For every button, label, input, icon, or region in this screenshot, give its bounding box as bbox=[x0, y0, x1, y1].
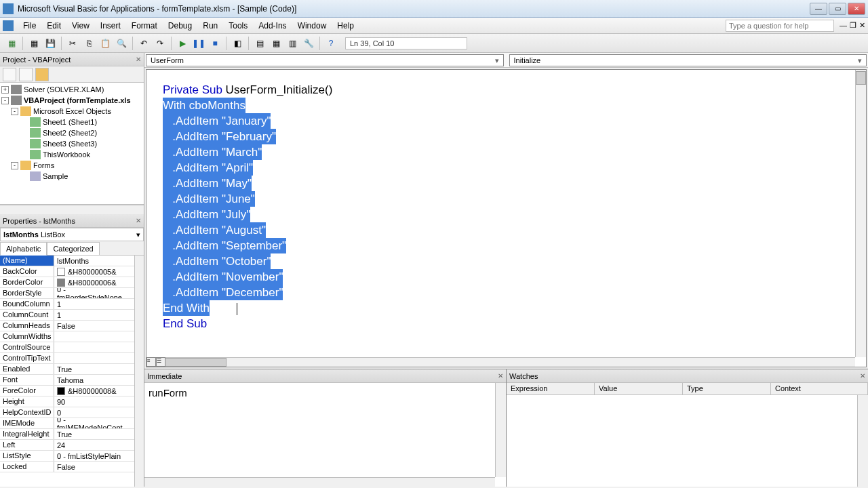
expand-icon[interactable]: - bbox=[11, 108, 18, 115]
property-row[interactable]: ListStyle0 - fmListStylePlain bbox=[0, 451, 134, 462]
tree-node[interactable]: -Forms bbox=[1, 160, 142, 171]
property-row[interactable]: ControlTipText bbox=[0, 353, 134, 364]
properties-object-combo[interactable]: lstMonths ListBox ▾ bbox=[0, 228, 144, 241]
watch-col-expression[interactable]: Expression bbox=[507, 383, 595, 394]
property-row[interactable]: ForeColor&H80000008& bbox=[0, 386, 134, 396]
tree-node[interactable]: Sheet3 (Sheet3) bbox=[1, 138, 142, 149]
property-row[interactable]: ColumnCount1 bbox=[0, 310, 134, 321]
reset-button[interactable]: ■ bbox=[208, 36, 222, 51]
toolbox-button[interactable]: 🔧 bbox=[301, 36, 316, 51]
menu-format[interactable]: Format bbox=[126, 19, 163, 33]
property-row[interactable]: BackColor&H80000005& bbox=[0, 266, 134, 277]
tree-node[interactable]: Sheet1 (Sheet1) bbox=[1, 117, 142, 127]
property-row[interactable]: BorderColor&H80000006& bbox=[0, 277, 134, 288]
close-button[interactable]: ✕ bbox=[848, 3, 865, 15]
property-row[interactable]: BorderStyle0 - fmBorderStyleNone bbox=[0, 288, 134, 299]
object-browser-button[interactable]: ▥ bbox=[285, 36, 300, 51]
find-button[interactable]: 🔍 bbox=[114, 36, 129, 51]
watches-close-icon[interactable]: ✕ bbox=[860, 372, 865, 380]
redo-button[interactable]: ↷ bbox=[153, 36, 167, 51]
view-code-button[interactable] bbox=[3, 68, 16, 81]
watch-col-value[interactable]: Value bbox=[595, 383, 683, 394]
immediate-close-icon[interactable]: ✕ bbox=[498, 372, 503, 380]
immediate-vscrollbar[interactable] bbox=[495, 383, 506, 477]
tree-node[interactable]: ThisWorkbook bbox=[1, 149, 142, 160]
project-tree[interactable]: +Solver (SOLVER.XLAM)-VBAProject (formTe… bbox=[0, 83, 144, 205]
menu-edit[interactable]: Edit bbox=[41, 19, 66, 33]
property-row[interactable]: IMEMode0 - fmIMEModeNoCont bbox=[0, 418, 134, 429]
property-row[interactable]: EnabledTrue bbox=[0, 364, 134, 375]
property-row[interactable]: HelpContextID0 bbox=[0, 407, 134, 418]
mdi-close-button[interactable]: ✕ bbox=[859, 21, 865, 30]
properties-grid[interactable]: (Name)lstMonthsBackColor&H80000005&Borde… bbox=[0, 256, 134, 487]
menu-add-ins[interactable]: Add-Ins bbox=[253, 19, 292, 33]
menu-tools[interactable]: Tools bbox=[223, 19, 253, 33]
tree-node[interactable]: -VBAProject (formTemplate.xls bbox=[1, 95, 142, 106]
view-excel-button[interactable]: ▦ bbox=[4, 36, 19, 51]
full-view-button[interactable]: ☰ bbox=[156, 357, 165, 367]
procedure-view-button[interactable]: ≡ bbox=[146, 357, 156, 367]
tree-node[interactable]: Sheet2 (Sheet2) bbox=[1, 127, 142, 138]
expand-icon[interactable]: + bbox=[1, 86, 9, 94]
project-panel-close-icon[interactable]: ✕ bbox=[136, 56, 141, 63]
watch-col-type[interactable]: Type bbox=[683, 383, 771, 394]
property-row[interactable]: IntegralHeightTrue bbox=[0, 429, 134, 440]
menu-file[interactable]: File bbox=[18, 19, 41, 33]
property-row[interactable]: BoundColumn1 bbox=[0, 299, 134, 310]
code-vscrollbar[interactable] bbox=[855, 70, 866, 357]
help-search[interactable] bbox=[726, 20, 834, 32]
menu-window[interactable]: Window bbox=[292, 19, 332, 33]
tab-categorized[interactable]: Categorized bbox=[47, 242, 99, 256]
property-row[interactable]: ColumnWidths bbox=[0, 331, 134, 342]
undo-button[interactable]: ↶ bbox=[136, 36, 151, 51]
code-editor[interactable]: Private Sub UserForm_Initialize()With cb… bbox=[146, 69, 867, 367]
object-combo[interactable]: UserForm ▾ bbox=[146, 54, 504, 66]
properties-panel-close-icon[interactable]: ✕ bbox=[136, 217, 141, 224]
watches-scrollbar[interactable] bbox=[857, 395, 868, 487]
project-explorer-button[interactable]: ▤ bbox=[252, 36, 267, 51]
immediate-window[interactable]: runForm bbox=[144, 383, 506, 487]
property-row[interactable]: (Name)lstMonths bbox=[0, 256, 134, 266]
design-mode-button[interactable]: ◧ bbox=[230, 36, 245, 51]
menu-run[interactable]: Run bbox=[197, 19, 223, 33]
watches-body[interactable] bbox=[507, 395, 868, 487]
view-object-button[interactable] bbox=[19, 68, 33, 81]
menu-insert[interactable]: Insert bbox=[95, 19, 126, 33]
property-row[interactable]: ControlSource bbox=[0, 342, 134, 353]
expand-icon[interactable]: - bbox=[1, 97, 9, 104]
property-row[interactable]: FontTahoma bbox=[0, 375, 134, 386]
insert-button[interactable]: ▦ bbox=[26, 36, 41, 51]
run-button[interactable]: ▶ bbox=[175, 36, 190, 51]
mdi-minimize-button[interactable]: — bbox=[840, 21, 847, 30]
expand-icon[interactable]: - bbox=[11, 162, 18, 169]
help-button[interactable]: ? bbox=[323, 36, 338, 51]
cut-button[interactable]: ✂ bbox=[65, 36, 80, 51]
immediate-hscrollbar[interactable] bbox=[144, 477, 495, 487]
menu-help[interactable]: Help bbox=[332, 19, 359, 33]
copy-button[interactable]: ⎘ bbox=[81, 36, 96, 51]
code-hscrollbar[interactable]: ≡ ☰ bbox=[146, 357, 855, 367]
property-row[interactable]: Left24 bbox=[0, 440, 134, 451]
toggle-folders-button[interactable] bbox=[35, 68, 49, 81]
save-button[interactable]: 💾 bbox=[43, 36, 58, 51]
tree-scrollbar[interactable] bbox=[0, 205, 144, 214]
watch-col-context[interactable]: Context bbox=[771, 383, 868, 394]
properties-scrollbar[interactable] bbox=[134, 256, 144, 487]
menu-view[interactable]: View bbox=[66, 19, 95, 33]
system-icon[interactable] bbox=[3, 20, 14, 31]
menu-debug[interactable]: Debug bbox=[163, 19, 197, 33]
procedure-combo[interactable]: Initialize ▾ bbox=[509, 54, 867, 66]
property-row[interactable]: LockedFalse bbox=[0, 462, 134, 472]
paste-button[interactable]: 📋 bbox=[98, 36, 113, 51]
break-button[interactable]: ❚❚ bbox=[191, 36, 206, 51]
mdi-restore-button[interactable]: ❐ bbox=[850, 21, 856, 30]
tab-alphabetic[interactable]: Alphabetic bbox=[0, 242, 47, 256]
property-row[interactable]: Height90 bbox=[0, 396, 134, 407]
maximize-button[interactable]: ▭ bbox=[829, 3, 846, 15]
tree-node[interactable]: -Microsoft Excel Objects bbox=[1, 106, 142, 117]
minimize-button[interactable]: — bbox=[810, 3, 827, 15]
tree-node[interactable]: Sample bbox=[1, 171, 142, 182]
property-row[interactable]: ColumnHeadsFalse bbox=[0, 321, 134, 331]
properties-button[interactable]: ▦ bbox=[269, 36, 283, 51]
tree-node[interactable]: +Solver (SOLVER.XLAM) bbox=[1, 84, 142, 95]
